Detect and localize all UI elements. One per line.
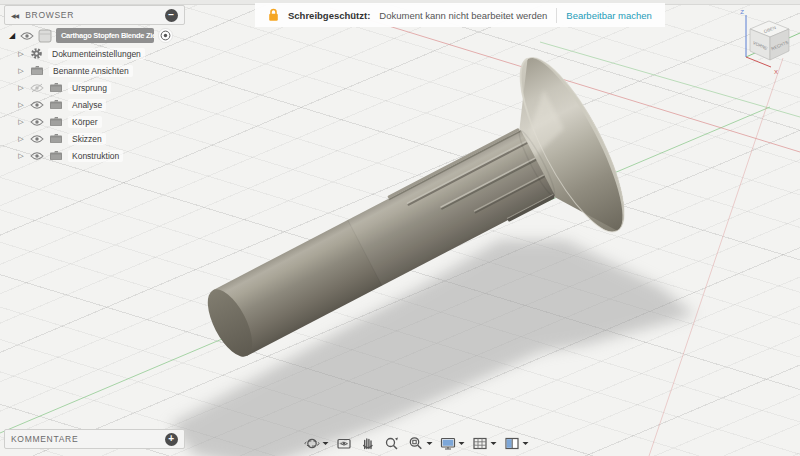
orbit-button[interactable] <box>302 434 331 453</box>
expand-arrow-icon[interactable]: ▷ <box>17 152 25 160</box>
browser-item-ursprung[interactable]: ▷ Ursprung <box>4 79 214 96</box>
eye-icon[interactable] <box>30 134 44 144</box>
dropdown-caret-icon[interactable] <box>523 442 529 445</box>
browser-item-analyse[interactable]: ▷ Analyse <box>4 96 214 113</box>
collapse-panel-icon[interactable]: ◀◀ <box>11 12 18 19</box>
fit-icon <box>408 435 425 452</box>
expand-arrow-icon[interactable]: ▷ <box>17 118 25 126</box>
viewcube[interactable]: Z X OBEN VORNE RECHTS <box>740 9 800 75</box>
folder-icon <box>49 133 63 144</box>
browser-minimize-button[interactable]: − <box>165 9 178 22</box>
eye-icon[interactable] <box>30 117 44 127</box>
warning-divider <box>556 8 557 23</box>
x-grid-line <box>649 58 783 456</box>
expand-arrow-icon[interactable]: ▷ <box>17 84 25 92</box>
viewcube-z-label: Z <box>740 9 744 15</box>
navigation-toolbar <box>302 434 531 453</box>
expand-arrow-icon[interactable]: ▷ <box>17 101 25 109</box>
browser-item-skizzen[interactable]: ▷ Skizzen <box>4 130 214 147</box>
folder-icon <box>49 116 63 127</box>
browser-item-root[interactable]: ◢ Carthago Stopfen Blende Zierk... <box>4 26 214 45</box>
browser-item-dokumenteinstellungen[interactable]: ▷ Dokumenteinstellungen <box>4 45 214 62</box>
zoom-button[interactable] <box>382 434 403 453</box>
dropdown-caret-icon[interactable] <box>459 442 465 445</box>
eye-icon[interactable] <box>30 100 44 110</box>
look-at-icon <box>336 435 353 452</box>
comments-expand-button[interactable]: + <box>165 433 178 446</box>
fit-button[interactable] <box>406 434 435 453</box>
expand-arrow-icon[interactable]: ▷ <box>17 67 25 75</box>
comments-panel-title: KOMMENTARE <box>11 434 78 444</box>
viewcube-x-label: X <box>774 69 778 75</box>
readonly-warning-bar: Schreibgeschützt: Dokument kann nicht be… <box>255 3 665 27</box>
named-views-icon <box>30 65 44 76</box>
viewports-icon <box>504 435 521 452</box>
dropdown-caret-icon[interactable] <box>323 442 329 445</box>
grid-snaps-icon <box>472 435 489 452</box>
display-settings-icon <box>440 435 457 452</box>
expand-arrow-icon[interactable]: ▷ <box>17 50 25 58</box>
eye-hidden-icon[interactable] <box>30 83 44 93</box>
eye-icon[interactable] <box>30 151 44 161</box>
grid-snaps-button[interactable] <box>470 434 499 453</box>
browser-item-benannte-ansichten[interactable]: ▷ Benannte Ansichten <box>4 62 214 79</box>
make-editable-link[interactable]: Bearbeitbar machen <box>566 10 652 21</box>
lock-icon <box>268 8 279 22</box>
component-cube-icon <box>38 29 52 43</box>
activate-radio-icon[interactable] <box>158 28 173 43</box>
eye-icon[interactable] <box>20 31 34 41</box>
warning-message: Dokument kann nicht bearbeitet werden <box>379 10 547 21</box>
comments-panel-header[interactable]: KOMMENTARE + <box>4 429 185 449</box>
root-component-label: Carthago Stopfen Blende Zierk... <box>56 28 154 43</box>
folder-icon <box>49 150 63 161</box>
browser-tree: ◢ Carthago Stopfen Blende Zierk... ▷ Dok… <box>4 26 214 164</box>
folder-icon <box>49 99 63 110</box>
folder-icon <box>49 82 63 93</box>
browser-item-konstruktion[interactable]: ▷ Konstruktion <box>4 147 214 164</box>
warning-title: Schreibgeschützt: <box>288 10 370 21</box>
dropdown-caret-icon[interactable] <box>427 442 433 445</box>
display-settings-button[interactable] <box>438 434 467 453</box>
browser-panel-title: BROWSER <box>25 10 74 20</box>
gear-icon <box>30 47 43 60</box>
expand-arrow-icon[interactable]: ▷ <box>17 135 25 143</box>
expand-arrow-icon[interactable]: ◢ <box>8 31 16 40</box>
orbit-icon <box>304 435 321 452</box>
zoom-icon <box>384 435 401 452</box>
browser-item-koerper[interactable]: ▷ Körper <box>4 113 214 130</box>
browser-panel-header[interactable]: ◀◀ BROWSER − <box>4 5 185 25</box>
viewports-button[interactable] <box>502 434 531 453</box>
dropdown-caret-icon[interactable] <box>491 442 497 445</box>
pan-icon <box>360 435 377 452</box>
look-at-button[interactable] <box>334 434 355 453</box>
pan-button[interactable] <box>358 434 379 453</box>
